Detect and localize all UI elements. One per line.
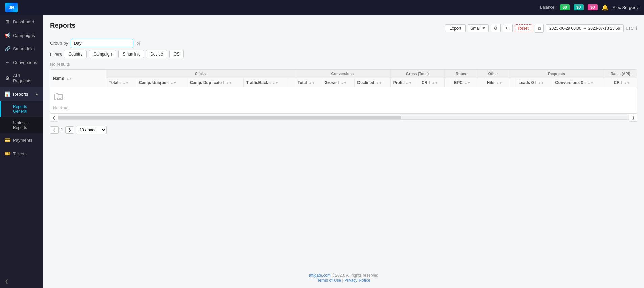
topbar: JB Balance: $0 $0 $0 🔔 Alex Sergeev: [0, 0, 644, 15]
filter-tab-device[interactable]: Device: [146, 50, 167, 58]
col-epc: EPC ▲▼: [451, 78, 477, 87]
leads-sort-icon[interactable]: ▲▼: [538, 81, 544, 85]
sidebar-sub-item-statuses-reports[interactable]: Statuses Reports: [0, 117, 43, 133]
sidebar-item-label: API Requests: [13, 73, 39, 83]
col-camp-duplicate: Camp. Duplicate ℹ ▲▼: [187, 78, 243, 87]
balance-label: Balance:: [540, 5, 556, 10]
no-results: No results: [50, 62, 637, 67]
sidebar-sub-item-reports-general[interactable]: Reports General: [0, 101, 43, 117]
trafficback-info-icon[interactable]: ℹ: [269, 81, 271, 85]
profit-sort-icon[interactable]: ▲▼: [405, 81, 412, 85]
conv-gross-info-icon[interactable]: ℹ: [338, 81, 339, 85]
cr-api-info-icon[interactable]: ℹ: [621, 81, 622, 85]
col-rates-api-extra: [604, 78, 611, 87]
epc-sort-icon[interactable]: ▲▼: [464, 81, 470, 85]
filter-tab-smartlink[interactable]: Smartlink: [118, 50, 144, 58]
bell-icon[interactable]: 🔔: [602, 4, 609, 11]
sidebar: ⊞ Dashboard 📢 Campaigns 🔗 SmartLinks ↔ C…: [0, 15, 43, 288]
footer: affigate.com ©2023. All rights reserved …: [43, 268, 644, 288]
per-page-select[interactable]: 10 / page 25 / page 50 / page 100 / page: [76, 126, 107, 134]
sidebar-item-tickets[interactable]: 🎫 Tickets: [0, 147, 43, 160]
date-range[interactable]: 2023-06-29 00:00 → 2023-07-13 23:59: [546, 24, 624, 32]
size-selector[interactable]: Small ▼: [468, 24, 489, 32]
cr-info-icon[interactable]: ℹ: [429, 81, 430, 85]
dashboard-icon: ⊞: [5, 19, 10, 24]
camp-dup-sort-icon[interactable]: ▲▼: [226, 81, 232, 85]
logo: JB: [5, 3, 18, 12]
conv-gross-sort-icon[interactable]: ▲▼: [341, 81, 347, 85]
sidebar-item-api-requests[interactable]: ⚙ API Requests: [0, 69, 43, 87]
scroll-right-btn[interactable]: ❯: [629, 114, 637, 122]
refresh-button[interactable]: ↻: [503, 24, 513, 32]
col-name-label: Name: [53, 76, 64, 81]
sidebar-item-payments[interactable]: 💳 Payments: [0, 133, 43, 147]
footer-copyright: ©2023. All rights reserved: [332, 273, 378, 278]
prev-page-btn[interactable]: ❮: [50, 126, 59, 134]
filter-tab-campaign[interactable]: Campaign: [89, 50, 116, 58]
footer-site-link[interactable]: affigate.com: [309, 273, 331, 278]
col-hits: Hits ▲▼: [484, 78, 509, 87]
main-inner: Reports Export Small ▼ ⚙ ↻ Reset ⧉ 2023-…: [43, 15, 644, 268]
filters-row: Filters Country Campaign Smartlink Devic…: [50, 50, 637, 58]
declined-sort-icon[interactable]: ▲▼: [376, 81, 382, 85]
page-title: Reports: [50, 22, 76, 29]
cr-api-sort-icon[interactable]: ▲▼: [624, 81, 630, 85]
col-name-sort-icon[interactable]: ▲▼: [66, 77, 72, 80]
filter-tab-country[interactable]: Country: [64, 50, 87, 58]
utc-label: UTC: [626, 26, 634, 30]
group-by-settings-icon[interactable]: ⊙: [136, 41, 140, 46]
footer-privacy-link[interactable]: Privacy Notice: [344, 278, 370, 283]
campaigns-icon: 📢: [5, 32, 10, 38]
col-clicks-extra: [288, 78, 295, 87]
sidebar-collapse-btn[interactable]: ❮: [0, 274, 43, 288]
hits-sort-icon[interactable]: ▲▼: [496, 81, 502, 85]
conv-api-info-icon[interactable]: ℹ: [584, 81, 586, 85]
reports-chevron-icon: ▲: [35, 92, 39, 96]
page-header: Reports Export Small ▼ ⚙ ↻ Reset ⧉ 2023-…: [50, 22, 637, 35]
cr-sort-icon[interactable]: ▲▼: [432, 81, 438, 85]
sidebar-item-reports[interactable]: 📊 Reports ▲: [0, 87, 43, 101]
no-data-text: No data: [53, 105, 634, 110]
sidebar-item-label: Conversions: [13, 60, 37, 65]
col-total-clicks: Total ℹ ▲▼: [106, 78, 136, 87]
settings-button[interactable]: ⚙: [491, 24, 501, 32]
sidebar-item-campaigns[interactable]: 📢 Campaigns: [0, 28, 43, 42]
copy-button[interactable]: ⧉: [535, 24, 544, 33]
smartlinks-icon: 🔗: [5, 46, 10, 51]
trafficback-sort-icon[interactable]: ▲▼: [272, 81, 278, 85]
scroll-left-btn[interactable]: ❮: [50, 114, 58, 122]
leads-info-icon[interactable]: ℹ: [535, 81, 536, 85]
date-arrow: →: [583, 26, 587, 31]
camp-unique-sort-icon[interactable]: ▲▼: [170, 81, 176, 85]
conv-total-sort-icon[interactable]: ▲▼: [309, 81, 315, 85]
sidebar-item-dashboard[interactable]: ⊞ Dashboard: [0, 15, 43, 28]
user-name: Alex Sergeev: [613, 5, 639, 10]
utc-info-icon[interactable]: ℹ: [636, 26, 637, 31]
col-req-extra: [509, 78, 516, 87]
sidebar-item-conversions[interactable]: ↔ Conversions: [0, 56, 43, 69]
toolbar-right: Export Small ▼ ⚙ ↻ Reset ⧉ 2023-06-29 00…: [445, 24, 637, 33]
size-label: Small: [471, 26, 481, 31]
date-from: 2023-06-29 00:00: [549, 26, 581, 31]
date-to: 2023-07-13 23:59: [588, 26, 620, 31]
sidebar-item-smartlinks[interactable]: 🔗 SmartLinks: [0, 42, 43, 56]
export-button[interactable]: Export: [445, 24, 466, 32]
camp-unique-info-icon[interactable]: ℹ: [167, 81, 169, 85]
conversions-icon: ↔: [5, 60, 10, 65]
reset-button[interactable]: Reset: [515, 24, 532, 32]
table-container: Name ▲▼ Clicks Conversions Gross (Total)…: [50, 69, 637, 114]
footer-terms-link[interactable]: Terms of Use: [317, 278, 341, 283]
api-icon: ⚙: [5, 75, 10, 81]
camp-dup-info-icon[interactable]: ℹ: [223, 81, 224, 85]
filter-tab-os[interactable]: OS: [169, 50, 184, 58]
next-page-btn[interactable]: ❯: [65, 126, 74, 134]
col-conv-total: Total ▲▼: [295, 78, 322, 87]
topbar-right: Balance: $0 $0 $0 🔔 Alex Sergeev: [540, 4, 639, 11]
total-sort-icon[interactable]: ▲▼: [123, 81, 129, 85]
sidebar-item-label: Tickets: [13, 151, 27, 156]
group-by-input[interactable]: [71, 39, 133, 47]
scroll-track[interactable]: [58, 116, 629, 120]
total-info-icon[interactable]: ℹ: [119, 81, 121, 85]
balance-badge-2: $0: [574, 4, 584, 10]
conv-api-sort-icon[interactable]: ▲▼: [588, 81, 594, 85]
